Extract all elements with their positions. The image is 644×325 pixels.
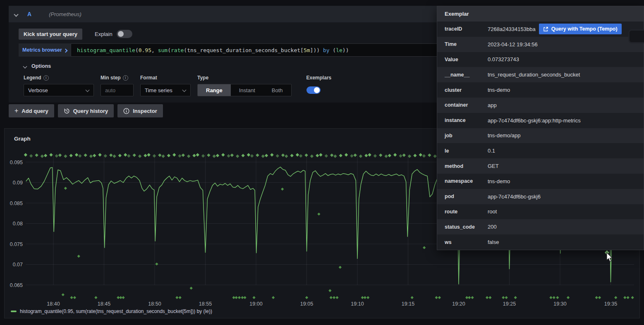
exemplar-diamond bbox=[253, 296, 256, 299]
exemplar-row-pod: podapp-7c474df6bc-gskj6 bbox=[437, 189, 644, 204]
add-query-button[interactable]: +Add query bbox=[9, 104, 54, 117]
series-legend-item[interactable]: histogram_quantile(0.95, sum(rate(tns_re… bbox=[11, 308, 212, 314]
explain-label: Explain bbox=[95, 31, 113, 37]
exemplar-diamond bbox=[118, 154, 122, 157]
exemplar-row-cluster: clustertns-demo bbox=[437, 82, 644, 98]
exemplar-diamond bbox=[345, 153, 348, 156]
query-with-tempo-button[interactable]: Query with Tempo (Tempo) bbox=[539, 24, 622, 34]
exemplar-diamond bbox=[316, 154, 319, 157]
format-select[interactable]: Time series bbox=[140, 84, 191, 96]
kick-start-query-button[interactable]: Kick start your query bbox=[19, 29, 82, 40]
exemplars-toggle[interactable] bbox=[306, 86, 321, 94]
exemplar-diamond bbox=[299, 154, 302, 158]
series-legend-label: histogram_quantile(0.95, sum(rate(tns_re… bbox=[20, 308, 212, 314]
exemplar-diamond bbox=[304, 153, 308, 157]
legend-select[interactable]: Verbose bbox=[24, 84, 94, 96]
y-axis-tick-label: 0.065 bbox=[10, 282, 23, 288]
exemplar-attributes-table: traceID7268a24334153bbaQuery with Tempo … bbox=[437, 22, 644, 250]
exemplar-key: route bbox=[445, 209, 488, 215]
exemplar-diamond bbox=[127, 154, 130, 158]
exemplar-diamond bbox=[553, 296, 555, 299]
metrics-browser-label: Metrics browser bbox=[22, 47, 62, 53]
exemplar-diamond bbox=[438, 296, 441, 299]
x-axis-tick-label: 19:15 bbox=[402, 301, 414, 307]
exemplar-diamond bbox=[236, 155, 239, 158]
exemplar-diamond bbox=[93, 154, 96, 157]
exemplar-diamond bbox=[335, 296, 338, 299]
format-select-value: Time series bbox=[145, 87, 172, 93]
exemplar-diamond bbox=[69, 154, 73, 157]
exemplar-diamond bbox=[359, 155, 362, 158]
query-history-button[interactable]: Query history bbox=[58, 104, 114, 117]
exemplar-value: false bbox=[488, 239, 499, 245]
exemplar-row-le: le0.1 bbox=[437, 143, 644, 158]
y-axis-tick-label: 0.08 bbox=[13, 221, 23, 227]
exemplar-diamond bbox=[399, 154, 402, 158]
exemplar-diamond bbox=[261, 155, 265, 158]
x-axis-tick-label: 19:00 bbox=[249, 301, 262, 307]
toggle-knob bbox=[118, 31, 124, 37]
query-token: ( bbox=[184, 47, 187, 53]
exemplar-value: tns-demo bbox=[488, 178, 510, 184]
exemplar-diamond bbox=[423, 246, 426, 249]
x-axis-tick-label: 19:30 bbox=[553, 301, 566, 307]
y-axis-tick-label: 0.09 bbox=[13, 180, 23, 186]
exemplar-diamond bbox=[339, 266, 342, 269]
legend-select-value: Verbose bbox=[28, 87, 48, 93]
x-axis-tick-label: 19:05 bbox=[300, 301, 313, 307]
exemplar-diamond bbox=[373, 154, 377, 158]
info-icon: i bbox=[43, 75, 49, 81]
x-axis-tick-label: 19:20 bbox=[452, 301, 465, 307]
exemplar-value: app-7c474df6bc-gskj6:app:http-metrics bbox=[488, 117, 581, 124]
exemplar-diamond bbox=[368, 153, 371, 156]
type-option-both[interactable]: Both bbox=[263, 84, 291, 96]
exemplar-diamond bbox=[339, 154, 342, 157]
exemplar-diamond bbox=[196, 153, 199, 156]
query-token: )) bbox=[313, 47, 323, 53]
query-token: by bbox=[323, 47, 330, 53]
exemplar-diamond bbox=[379, 153, 382, 157]
type-option-instant[interactable]: Instant bbox=[231, 84, 263, 96]
exemplar-diamond bbox=[155, 263, 158, 265]
partially-occluded-element bbox=[628, 29, 644, 43]
exemplar-diamond bbox=[276, 154, 279, 158]
exemplar-diamond bbox=[305, 296, 308, 299]
exemplar-diamond bbox=[58, 153, 62, 157]
exemplar-value: 2023-04-12 19:34:56 bbox=[488, 41, 538, 48]
exemplar-diamond bbox=[172, 153, 176, 156]
query-actions-toolbar: +Add queryQuery historyInspector bbox=[9, 104, 163, 117]
min-step-input[interactable] bbox=[105, 87, 129, 93]
exemplar-diamond bbox=[598, 296, 601, 299]
x-axis-tick-label: 19:10 bbox=[351, 301, 364, 307]
exemplar-diamond bbox=[333, 296, 335, 299]
action-button-label: Inspector bbox=[133, 108, 157, 114]
exemplar-diamond bbox=[623, 296, 626, 299]
query-token: sum bbox=[158, 47, 168, 53]
inspector-button[interactable]: Inspector bbox=[117, 104, 163, 117]
chevron-right-icon bbox=[64, 49, 67, 52]
metrics-browser-button[interactable]: Metrics browser bbox=[19, 43, 71, 57]
exemplar-diamond bbox=[232, 296, 235, 299]
exemplar-row-method: methodGET bbox=[437, 158, 644, 174]
query-token: [ bbox=[300, 47, 304, 53]
min-step-field[interactable] bbox=[101, 84, 134, 96]
exemplar-diamond bbox=[471, 296, 474, 299]
query-token: histogram_quantile bbox=[77, 47, 135, 53]
exemplar-diamond bbox=[241, 154, 244, 157]
exemplar-diamond bbox=[290, 154, 293, 157]
tempo-button-label: Query with Tempo (Tempo) bbox=[551, 26, 618, 32]
exemplar-value: app bbox=[488, 102, 497, 108]
type-option-range[interactable]: Range bbox=[198, 84, 231, 96]
exemplar-diamond bbox=[117, 296, 120, 299]
exemplar-diamond bbox=[631, 296, 634, 299]
y-axis-tick-label: 0.095 bbox=[10, 160, 23, 165]
history-icon bbox=[64, 108, 70, 114]
exemplar-diamond bbox=[216, 154, 219, 157]
exemplar-diamond bbox=[325, 154, 328, 158]
exemplar-diamond bbox=[70, 296, 73, 299]
collapse-query-chevron-icon[interactable] bbox=[14, 12, 18, 16]
exemplar-diamond bbox=[468, 296, 471, 299]
exemplar-diamond bbox=[98, 153, 101, 156]
explain-toggle[interactable] bbox=[117, 30, 132, 38]
exemplar-diamond bbox=[94, 296, 97, 299]
